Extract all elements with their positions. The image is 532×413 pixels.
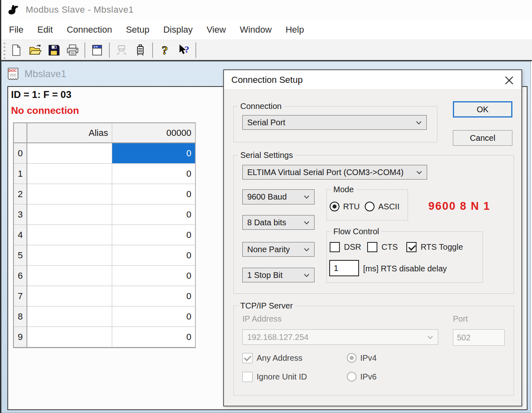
data-bits-select[interactable]: 8 Data bits <box>242 215 315 230</box>
cts-checkbox[interactable]: CTS <box>367 242 398 252</box>
baud-rate-select[interactable]: 9600 Baud <box>242 189 315 204</box>
rtu-radio[interactable]: RTU <box>330 202 360 211</box>
register-value-cell[interactable]: 0 <box>112 164 195 184</box>
alias-cell[interactable] <box>27 266 112 286</box>
ip-address-value: 192.168.127.254 <box>247 333 308 342</box>
toolbar-separator <box>84 42 85 58</box>
new-document-button[interactable] <box>7 41 26 59</box>
alias-cell[interactable] <box>27 143 112 164</box>
dsr-checkbox[interactable]: DSR <box>330 242 361 252</box>
ascii-radio-label: ASCII <box>378 202 399 211</box>
row-header[interactable]: 2 <box>14 184 27 204</box>
serial-port-value: ELTIMA Virtual Serial Port (COM3->COM4) <box>247 168 403 177</box>
close-icon <box>504 75 514 86</box>
row-header[interactable]: 4 <box>14 225 27 245</box>
menu-item-edit[interactable]: Edit <box>30 20 60 40</box>
alias-cell[interactable] <box>27 225 112 245</box>
rts-toggle-checkbox-label: RTS Toggle <box>421 242 463 252</box>
register-value-cell[interactable]: 0 <box>112 143 195 164</box>
connection-group-label: Connection <box>238 101 284 111</box>
address-header-cell: 00000 <box>112 123 195 143</box>
connection-type-select[interactable]: Serial Port <box>242 115 427 130</box>
menu-item-window[interactable]: Window <box>233 20 279 40</box>
stop-bits-select[interactable]: 1 Stop Bit <box>242 268 315 282</box>
alias-cell[interactable] <box>27 184 112 204</box>
ascii-radio[interactable]: ASCII <box>365 202 399 211</box>
context-help-button[interactable]: ? <box>174 41 193 59</box>
checkbox-box <box>330 242 340 252</box>
radio-dot <box>347 372 357 382</box>
parity-value: None Parity <box>247 245 290 254</box>
display-definition-icon <box>91 44 104 57</box>
chevron-down-icon <box>428 334 433 339</box>
register-value-cell[interactable]: 0 <box>112 327 195 347</box>
save-icon <box>47 44 60 57</box>
menu-item-connection[interactable]: Connection <box>60 20 119 40</box>
connection-button[interactable] <box>112 41 131 59</box>
menu-item-display[interactable]: Display <box>156 20 200 40</box>
rts-delay-input[interactable]: 1 <box>329 260 359 276</box>
row-header[interactable]: 5 <box>14 245 27 266</box>
register-value-cell[interactable]: 0 <box>112 306 195 327</box>
alias-cell[interactable] <box>27 286 112 306</box>
row-header[interactable]: 0 <box>14 143 27 164</box>
chevron-down-icon <box>304 219 309 224</box>
open-file-button[interactable] <box>26 41 44 59</box>
rts-toggle-checkbox[interactable]: RTS Toggle <box>406 242 463 252</box>
alias-cell[interactable] <box>27 245 112 266</box>
row-header[interactable]: 7 <box>14 286 27 306</box>
menu-item-setup[interactable]: Setup <box>119 20 157 40</box>
alias-cell[interactable] <box>27 164 112 184</box>
chevron-down-icon <box>304 272 309 277</box>
toolbar-separator <box>152 42 153 58</box>
chevron-down-icon <box>416 119 421 124</box>
rts-delay-label: [ms] RTS disable delay <box>363 264 447 273</box>
connection-type-value: Serial Port <box>247 118 285 127</box>
row-header[interactable]: 1 <box>14 164 27 184</box>
register-value-cell[interactable]: 0 <box>112 225 195 245</box>
table-row: 0 0 <box>14 143 195 164</box>
row-header[interactable]: 6 <box>14 266 27 286</box>
menu-item-help[interactable]: Help <box>279 20 311 40</box>
any-address-checkbox: Any Address <box>242 353 302 363</box>
dialog-titlebar[interactable]: Connection Setup <box>224 70 521 90</box>
parity-select[interactable]: None Parity <box>242 242 315 257</box>
register-value-cell[interactable]: 0 <box>112 266 195 286</box>
rtu-radio-label: RTU <box>343 202 360 211</box>
register-value-cell[interactable]: 0 <box>112 286 195 306</box>
svg-text:?: ? <box>162 44 168 57</box>
port-label: Port <box>453 314 468 324</box>
register-value-cell[interactable]: 0 <box>112 204 195 225</box>
display-definition-button[interactable] <box>88 41 106 59</box>
chevron-down-icon <box>417 169 422 174</box>
menu-item-file[interactable]: File <box>2 20 30 40</box>
svg-text:DOC: DOC <box>9 69 17 73</box>
menu-item-view[interactable]: View <box>200 20 233 40</box>
save-button[interactable] <box>44 41 63 59</box>
row-header[interactable]: 3 <box>14 204 27 225</box>
ipv4-radio-label: IPv4 <box>360 353 377 363</box>
alias-cell[interactable] <box>27 327 112 347</box>
ipv6-radio: IPv6 <box>347 372 377 382</box>
help-button[interactable]: ? <box>155 41 174 59</box>
slave-definition-button[interactable] <box>131 41 150 59</box>
alias-header-cell: Alias <box>27 123 112 143</box>
baud-rate-value: 9600 Baud <box>247 192 287 202</box>
slave-definition-icon <box>134 44 147 57</box>
context-help-icon: ? <box>177 44 191 57</box>
serial-port-select[interactable]: ELTIMA Virtual Serial Port (COM3->COM4) <box>242 165 427 180</box>
close-button[interactable] <box>502 74 516 87</box>
status-id-line: ID = 1: F = 03 <box>11 89 71 100</box>
register-value-cell[interactable]: 0 <box>112 184 195 204</box>
alias-cell[interactable] <box>27 306 112 327</box>
ip-address-select: 192.168.127.254 <box>242 329 438 345</box>
row-header[interactable]: 9 <box>14 327 27 347</box>
print-button[interactable] <box>63 41 82 59</box>
row-header[interactable]: 8 <box>14 306 27 327</box>
register-value-cell[interactable]: 0 <box>112 245 195 266</box>
cancel-button[interactable]: Cancel <box>453 130 512 146</box>
ok-button[interactable]: OK <box>453 101 512 118</box>
register-table-body: 0 0 1 0 2 0 3 0 4 0 5 0 6 0 7 0 8 <box>14 143 195 347</box>
alias-cell[interactable] <box>27 204 112 225</box>
toolbar-grip[interactable] <box>2 42 7 59</box>
